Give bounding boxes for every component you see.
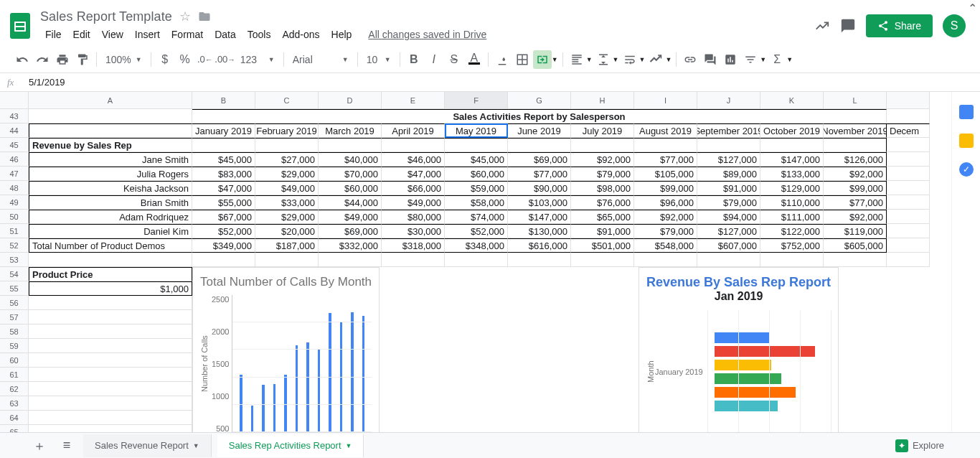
col-header[interactable]: L [824, 92, 887, 109]
link-icon[interactable] [681, 50, 699, 69]
tasks-addon-icon[interactable]: ✓ [959, 162, 974, 177]
menu-view[interactable]: View [97, 26, 128, 43]
tab-sales-revenue[interactable]: Sales Revenue Report ▼ [83, 434, 212, 457]
menu-data[interactable]: Data [209, 26, 241, 43]
activity-icon[interactable] [814, 18, 830, 34]
functions-icon[interactable]: Σ [768, 50, 786, 69]
folder-icon[interactable] [198, 10, 211, 23]
tab-sales-rep-activities[interactable]: Sales Rep Activities Report ▼ [217, 434, 364, 457]
side-panel: ✓ [951, 92, 980, 432]
strikethrough-icon[interactable]: S [445, 50, 463, 69]
share-button[interactable]: Share [866, 14, 933, 37]
menu-edit[interactable]: Edit [68, 26, 95, 43]
col-header[interactable]: J [697, 92, 760, 109]
zoom-select[interactable]: 100%▼ [101, 50, 146, 69]
star-icon[interactable]: ☆ [179, 9, 191, 24]
bold-icon[interactable]: B [405, 50, 423, 69]
increase-decimal-icon[interactable]: .00→ [216, 50, 235, 69]
menu-addons[interactable]: Add-ons [277, 26, 324, 43]
chart-icon[interactable] [721, 50, 740, 69]
comment-add-icon[interactable] [701, 50, 720, 69]
revenue-chart[interactable]: Revenue By Sales Rep Report Jan 2019 Mon… [639, 267, 839, 432]
merge-dropdown[interactable]: ▼ [552, 56, 558, 63]
save-status[interactable]: All changes saved in Drive [368, 29, 486, 40]
col-header[interactable]: I [634, 92, 697, 109]
chart-title: Total Number of Calls By Month [200, 275, 372, 289]
redo-icon[interactable] [33, 50, 52, 69]
sheets-logo[interactable] [6, 11, 34, 40]
menu-insert[interactable]: Insert [130, 26, 165, 43]
number-format-select[interactable]: 123▼ [236, 50, 279, 69]
app-header: Sales Report Template ☆ File Edit View I… [0, 0, 980, 46]
spreadsheet-grid[interactable]: ABCDEFGHIJKL43Sales Activities Report by… [0, 92, 951, 432]
percent-icon[interactable]: % [176, 50, 194, 69]
fx-icon: fx [7, 77, 29, 88]
menu-bar: File Edit View Insert Format Data Tools … [40, 26, 814, 43]
borders-icon[interactable] [513, 50, 532, 69]
merge-icon[interactable] [533, 50, 552, 69]
comment-icon[interactable] [840, 18, 856, 34]
account-avatar[interactable]: S [943, 14, 966, 37]
fill-color-icon[interactable] [493, 50, 512, 69]
explore-icon: ✦ [895, 439, 908, 452]
valign-icon[interactable] [594, 50, 613, 69]
calls-chart[interactable]: Total Number of Calls By Month Number of… [192, 267, 380, 432]
collapse-toolbar-icon[interactable]: ⌃ [968, 1, 977, 15]
col-header[interactable]: D [319, 92, 382, 109]
filter-icon[interactable] [741, 50, 760, 69]
wrap-icon[interactable] [621, 50, 639, 69]
print-icon[interactable] [53, 50, 72, 69]
italic-icon[interactable]: I [425, 50, 443, 69]
text-color-icon[interactable]: A [465, 50, 484, 69]
menu-help[interactable]: Help [326, 26, 357, 43]
explore-button[interactable]: ✦ Explore [888, 436, 951, 455]
menu-tools[interactable]: Tools [242, 26, 276, 43]
halign-icon[interactable] [567, 50, 586, 69]
col-header[interactable]: K [760, 92, 824, 109]
undo-icon[interactable] [13, 50, 32, 69]
col-header[interactable]: B [192, 92, 255, 109]
menu-format[interactable]: Format [166, 26, 208, 43]
col-header[interactable]: C [255, 92, 319, 109]
keep-addon-icon[interactable] [959, 134, 974, 148]
col-header[interactable]: F [445, 92, 508, 109]
paint-format-icon[interactable] [73, 50, 92, 69]
toolbar: 100%▼ $ % .0← .00→ 123▼ Arial▼ 10▼ B I S… [0, 46, 980, 73]
formula-bar[interactable]: fx 5/1/2019 [0, 73, 980, 92]
all-sheets-icon[interactable]: ≡ [56, 435, 77, 457]
sheet-tabs-bar: ＋ ≡ Sales Revenue Report ▼ Sales Rep Act… [0, 432, 980, 458]
rotate-icon[interactable] [646, 50, 665, 69]
fontsize-select[interactable]: 10▼ [362, 50, 395, 69]
font-select[interactable]: Arial▼ [288, 50, 353, 69]
menu-file[interactable]: File [40, 26, 67, 43]
currency-icon[interactable]: $ [156, 50, 174, 69]
share-label: Share [895, 20, 921, 32]
col-header[interactable]: H [571, 92, 634, 109]
col-header[interactable]: G [508, 92, 571, 109]
col-header[interactable]: A [29, 92, 192, 109]
formula-value[interactable]: 5/1/2019 [29, 77, 65, 88]
add-sheet-icon[interactable]: ＋ [29, 435, 50, 457]
doc-title[interactable]: Sales Report Template [40, 9, 172, 24]
col-header[interactable]: E [382, 92, 445, 109]
calendar-addon-icon[interactable] [959, 105, 974, 119]
decrease-decimal-icon[interactable]: .0← [196, 50, 215, 69]
